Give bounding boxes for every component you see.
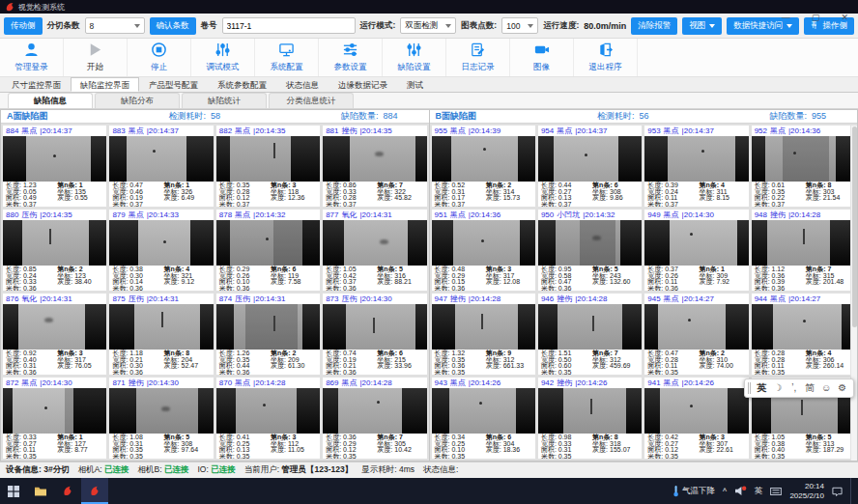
maximize-button[interactable]: ▢ xyxy=(812,14,820,22)
defect-image[interactable] xyxy=(109,304,213,350)
defect-cell-954[interactable]: 954黑点|20:14:37长度: 0.44宽度: 0.27面积: 0.13米数… xyxy=(537,125,643,208)
defect-cell-869[interactable]: 869黑点|20:14:28长度: 0.36宽度: 0.29面积: 0.12米数… xyxy=(322,377,427,460)
defect-cell-945[interactable]: 945黑点|20:14:27长度: 0.47宽度: 0.28面积: 0.11米数… xyxy=(644,293,749,376)
defect-cell-950[interactable]: 950小凹坑|20:14:32长度: 0.95宽度: 0.58面积: 0.47米… xyxy=(537,209,643,292)
defect-image[interactable] xyxy=(752,304,855,350)
subtab-defect-info[interactable]: 缺陷信息 xyxy=(8,93,93,108)
defect-cell-873[interactable]: 873压伤|20:14:30长度: 0.74宽度: 0.19面积: 0.21米数… xyxy=(322,293,427,376)
defect-cell-955[interactable]: 955黑点|20:14:39长度: 0.52宽度: 0.31面积: 0.17米数… xyxy=(431,125,536,208)
defect-cell-941[interactable]: 941黑点|20:14:26长度: 0.42宽度: 0.27面积: 0.12米数… xyxy=(644,377,749,460)
action-log-button[interactable]: 日志记录 xyxy=(446,39,510,76)
defect-image[interactable] xyxy=(323,304,426,350)
defect-image[interactable] xyxy=(3,388,106,434)
subtab-defect-distribution[interactable]: 缺陷分布 xyxy=(95,93,180,108)
scrollbar-thumb[interactable] xyxy=(852,126,857,327)
defect-cell-878[interactable]: 878黑点|20:14:32长度: 0.29宽度: 0.26面积: 0.10米数… xyxy=(215,209,321,292)
ime-punct-button[interactable]: ’, xyxy=(786,379,802,397)
action-image-button[interactable]: 图像 xyxy=(510,39,574,76)
ime-drag-handle[interactable] xyxy=(748,382,751,394)
defect-image[interactable] xyxy=(216,388,320,434)
defect-cell-947[interactable]: 947挫伤|20:14:28长度: 1.32宽度: 0.35面积: 0.36米数… xyxy=(431,293,536,376)
defect-image[interactable] xyxy=(644,136,748,182)
defect-image[interactable] xyxy=(216,136,320,182)
action-debug-mode-button[interactable]: 调试模式 xyxy=(191,39,255,76)
tab-system-params[interactable]: 系统参数配置 xyxy=(208,77,276,92)
defect-cell-946[interactable]: 946挫伤|20:14:28长度: 1.51宽度: 0.50面积: 0.60米数… xyxy=(537,293,643,376)
action-center-icon[interactable] xyxy=(832,486,843,496)
view-menu-button[interactable]: 视图 xyxy=(682,17,722,35)
start-button[interactable] xyxy=(0,478,27,504)
show-desktop-strip[interactable] xyxy=(850,478,855,504)
strip-count-select[interactable]: 8 xyxy=(85,17,145,34)
defect-image[interactable] xyxy=(432,304,535,350)
defect-image[interactable] xyxy=(538,136,642,182)
confirm-strips-button[interactable]: 确认条数 xyxy=(150,17,196,35)
defect-cell-881[interactable]: 881挫伤|20:14:35长度: 0.86宽度: 0.33面积: 0.28米数… xyxy=(322,125,427,208)
ime-moon-button[interactable]: ☽ xyxy=(770,379,786,397)
defect-cell-874[interactable]: 874压伤|20:14:31长度: 1.26宽度: 0.35面积: 0.44米数… xyxy=(215,293,321,376)
defect-cell-948[interactable]: 948挫伤|20:14:28长度: 1.12宽度: 0.36面积: 0.39米数… xyxy=(751,209,856,292)
defect-cell-882[interactable]: 882黑点|20:14:35长度: 0.35宽度: 0.28面积: 0.12米数… xyxy=(215,125,321,208)
defect-cell-884[interactable]: 884黑点|20:14:37长度: 1.23宽度: 0.05面积: 0.49米数… xyxy=(2,125,107,208)
defect-image[interactable] xyxy=(109,136,213,182)
tab-defect-monitor[interactable]: 缺陷监控界面 xyxy=(71,77,139,92)
defect-image[interactable] xyxy=(538,304,642,350)
defect-cell-876[interactable]: 876氧化|20:14:31长度: 0.92宽度: 0.40面积: 0.31米数… xyxy=(2,293,107,376)
defect-cell-949[interactable]: 949黑点|20:14:30长度: 0.37宽度: 0.26面积: 0.11米数… xyxy=(644,209,749,292)
defect-image[interactable] xyxy=(644,220,748,266)
weather-tray-item[interactable]: 气温下降 xyxy=(672,485,715,497)
taskbar-clock[interactable]: 20:14 2025/2/10 xyxy=(789,482,824,500)
action-start-button[interactable]: 开始 xyxy=(64,39,128,76)
ime-simplified-button[interactable]: 简 xyxy=(802,379,818,397)
tab-status-info[interactable]: 状态信息 xyxy=(276,77,329,92)
tray-expand-caret[interactable]: ^ xyxy=(723,487,727,496)
defect-image[interactable] xyxy=(752,220,855,266)
defect-cell-944[interactable]: 944黑点|20:14:27长度: 0.28宽度: 0.28面积: 0.11米数… xyxy=(751,293,856,376)
defect-image[interactable] xyxy=(432,220,535,266)
defect-cell-951[interactable]: 951黑点|20:14:36长度: 0.48宽度: 0.29面积: 0.15米数… xyxy=(431,209,536,292)
action-stop-button[interactable]: 停止 xyxy=(128,39,191,76)
defect-cell-952[interactable]: 952黑点|20:14:36长度: 0.61宽度: 0.35面积: 0.22米数… xyxy=(751,125,856,208)
ime-lang-en-button[interactable]: 英 xyxy=(754,379,770,397)
defect-image[interactable] xyxy=(3,304,106,350)
panel-scrollbar[interactable] xyxy=(850,126,857,461)
defect-image[interactable] xyxy=(432,136,535,182)
defect-image[interactable] xyxy=(538,220,642,266)
defect-image[interactable] xyxy=(432,388,535,434)
defect-image[interactable] xyxy=(109,220,213,266)
defect-image[interactable] xyxy=(216,304,320,350)
tab-edge-data[interactable]: 边缘数据记录 xyxy=(329,77,397,92)
defect-image[interactable] xyxy=(644,388,748,434)
ime-settings-button[interactable]: ⚙ xyxy=(834,379,850,397)
defect-cell-877[interactable]: 877氧化|20:14:31长度: 1.05宽度: 0.42面积: 0.37米数… xyxy=(322,209,427,292)
action-exit-button[interactable]: 退出程序 xyxy=(574,39,638,76)
notification-badge-icon[interactable] xyxy=(734,486,747,496)
defect-cell-872[interactable]: 872黑点|20:14:30长度: 0.33宽度: 0.27面积: 0.11米数… xyxy=(2,377,107,460)
run-mode-select[interactable]: 双面检测 xyxy=(400,17,456,34)
defect-cell-943[interactable]: 943黑点|20:14:26长度: 0.34宽度: 0.25面积: 0.10米数… xyxy=(431,377,536,460)
tab-size-monitor[interactable]: 尺寸监控界面 xyxy=(2,77,71,92)
action-defect-settings-button[interactable]: 缺陷设置 xyxy=(383,39,446,76)
chart-points-select[interactable]: 100 xyxy=(501,17,538,34)
defect-cell-871[interactable]: 871挫伤|20:14:30长度: 1.08宽度: 0.31面积: 0.35米数… xyxy=(108,377,214,460)
ime-emoji-button[interactable]: ☺ xyxy=(818,379,835,397)
defect-cell-875[interactable]: 875压伤|20:14:31长度: 1.18宽度: 0.21面积: 0.30米数… xyxy=(108,293,214,376)
defect-image[interactable] xyxy=(752,136,855,182)
defect-cell-870[interactable]: 870黑点|20:14:28长度: 0.41宽度: 0.25面积: 0.13米数… xyxy=(215,377,321,460)
defect-image[interactable] xyxy=(538,388,642,434)
defect-image[interactable] xyxy=(323,136,426,182)
defect-image[interactable] xyxy=(323,388,426,434)
defect-image[interactable] xyxy=(323,220,426,266)
close-button[interactable]: ✕ xyxy=(841,14,848,22)
file-explorer-icon[interactable] xyxy=(27,478,54,504)
defect-image[interactable] xyxy=(644,304,748,350)
action-param-settings-button[interactable]: 参数设置 xyxy=(319,39,383,76)
minimize-button[interactable]: — xyxy=(782,14,790,22)
tab-product-config[interactable]: 产品型号配置 xyxy=(139,77,208,92)
ime-language-indicator[interactable]: 英 xyxy=(755,486,763,497)
touch-keyboard-icon[interactable] xyxy=(770,488,782,495)
defect-cell-880[interactable]: 880压伤|20:14:35长度: 0.85宽度: 0.24面积: 0.33米数… xyxy=(2,209,107,292)
defect-image[interactable] xyxy=(216,220,320,266)
clear-alarm-button[interactable]: 清除报警 xyxy=(631,17,677,35)
app-icon-inspection[interactable] xyxy=(54,478,81,504)
